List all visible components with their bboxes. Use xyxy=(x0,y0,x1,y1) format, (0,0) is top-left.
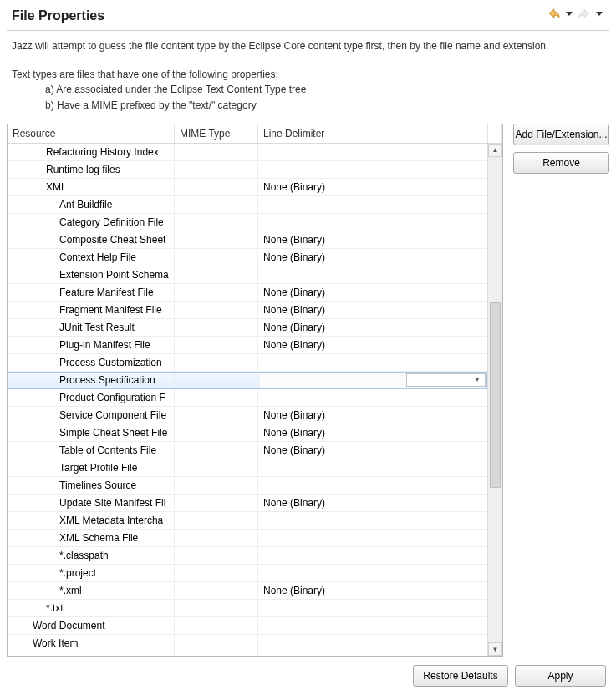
nav-forward-icon[interactable] xyxy=(578,7,591,20)
table-row[interactable]: Product Configuration F xyxy=(8,389,487,407)
col-line[interactable]: Line Delimiter xyxy=(258,124,488,143)
cell-line-delimiter xyxy=(258,512,487,529)
table-row[interactable]: XML Metadata Intercha xyxy=(8,512,487,530)
cell-mime xyxy=(175,196,258,213)
cell-resource: Feature Manifest File xyxy=(8,284,175,301)
scroll-up-icon[interactable]: ▲ xyxy=(488,144,502,157)
add-file-extension-button[interactable]: Add File/Extension... xyxy=(513,124,609,145)
table-row[interactable]: Extension Point Schema xyxy=(8,266,487,284)
table-row[interactable]: Fragment Manifest FileNone (Binary) xyxy=(8,302,487,319)
cell-line-delimiter: None (Binary) xyxy=(258,249,487,266)
cell-resource: Timelines Source xyxy=(8,477,175,494)
cell-line-delimiter: ▾ xyxy=(258,372,487,388)
table-row[interactable]: Runtime log files xyxy=(8,161,487,179)
table-row[interactable]: Table of Contents FileNone (Binary) xyxy=(8,442,487,459)
cell-resource: Context Help File xyxy=(8,249,175,266)
page-title: File Properties xyxy=(12,5,104,23)
desc-line-2: Text types are files that have one of th… xyxy=(12,68,604,81)
table-row[interactable]: Feature Manifest FileNone (Binary) xyxy=(8,284,487,302)
cell-line-delimiter xyxy=(258,144,487,160)
table-row[interactable]: Plug-in Manifest FileNone (Binary) xyxy=(8,337,487,354)
cell-line-delimiter xyxy=(258,617,487,634)
cell-mime xyxy=(175,582,258,599)
table-row[interactable]: Context Help FileNone (Binary) xyxy=(8,249,487,266)
line-delimiter-dropdown[interactable]: ▾ xyxy=(260,373,486,388)
cell-resource: Service Component File xyxy=(8,407,175,424)
cell-resource: Word Document xyxy=(8,617,175,634)
restore-defaults-button[interactable]: Restore Defaults xyxy=(413,665,508,687)
table-row[interactable]: Service Component FileNone (Binary) xyxy=(8,407,487,424)
col-mime[interactable]: MIME Type xyxy=(175,124,258,143)
cell-mime xyxy=(175,459,258,476)
cell-line-delimiter: None (Binary) xyxy=(258,407,487,424)
cell-mime xyxy=(175,530,258,546)
cell-mime: application/un... xyxy=(175,652,258,656)
cell-line-delimiter xyxy=(258,547,487,564)
nav-back-icon[interactable] xyxy=(547,7,561,20)
remove-button[interactable]: Remove xyxy=(513,152,609,174)
table-row[interactable]: Ant Buildfile xyxy=(8,196,487,214)
cell-resource: *.xml xyxy=(8,582,175,599)
cell-mime xyxy=(175,477,258,494)
cell-mime xyxy=(175,249,258,266)
table-row[interactable]: XMLNone (Binary) xyxy=(8,179,487,196)
table-row[interactable]: Simple Cheat Sheet FileNone (Binary) xyxy=(8,424,487,442)
cell-line-delimiter xyxy=(258,196,487,213)
table-row[interactable]: File names and Extensionsapplication/un.… xyxy=(8,652,487,656)
cell-resource: Process Specification xyxy=(8,372,175,388)
cell-resource: Update Site Manifest Fil xyxy=(8,495,175,511)
cell-mime xyxy=(175,600,258,616)
table-row[interactable]: Work Item xyxy=(8,635,487,652)
cell-mime xyxy=(175,617,258,634)
cell-mime xyxy=(175,144,258,160)
cell-resource: *.classpath xyxy=(8,547,175,564)
table-row[interactable]: XML Schema File xyxy=(8,530,487,547)
cell-mime xyxy=(175,372,258,388)
table-row[interactable]: Target Profile File xyxy=(8,459,487,477)
table-row[interactable]: *.txt xyxy=(8,600,487,617)
table-row[interactable]: Category Definition File xyxy=(8,214,487,231)
nav-back-menu-icon[interactable] xyxy=(563,7,576,20)
cell-resource: Target Profile File xyxy=(8,459,175,476)
vertical-scrollbar[interactable]: ▲ ▼ xyxy=(487,144,502,656)
scroll-thumb[interactable] xyxy=(490,302,501,488)
cell-line-delimiter: None (Binary) xyxy=(258,652,487,656)
col-scroll-spacer xyxy=(488,124,502,143)
table-row[interactable]: Word Document xyxy=(8,617,487,635)
table-row[interactable]: Process Customization xyxy=(8,354,487,372)
cell-mime xyxy=(175,284,258,301)
cell-line-delimiter: None (Binary) xyxy=(258,582,487,599)
table-row[interactable]: Process Specification▾ xyxy=(8,372,487,389)
table-row[interactable]: JUnit Test ResultNone (Binary) xyxy=(8,319,487,337)
col-resource[interactable]: Resource xyxy=(8,124,175,143)
cell-resource: File names and Extensions xyxy=(8,652,175,656)
cell-mime xyxy=(175,442,258,459)
table-row[interactable]: Composite Cheat SheetNone (Binary) xyxy=(8,231,487,249)
cell-line-delimiter: None (Binary) xyxy=(258,424,487,441)
cell-resource: XML Metadata Intercha xyxy=(8,512,175,529)
cell-line-delimiter: None (Binary) xyxy=(258,284,487,301)
cell-mime xyxy=(175,407,258,424)
table-row[interactable]: Timelines Source xyxy=(8,477,487,495)
cell-resource: Composite Cheat Sheet xyxy=(8,231,175,248)
cell-line-delimiter xyxy=(258,477,487,494)
cell-mime xyxy=(175,179,258,195)
cell-line-delimiter xyxy=(258,565,487,581)
table-row[interactable]: *.classpath xyxy=(8,547,487,565)
chevron-down-icon[interactable]: ▾ xyxy=(471,374,483,386)
table-row[interactable]: Update Site Manifest FilNone (Binary) xyxy=(8,495,487,512)
scroll-down-icon[interactable]: ▼ xyxy=(488,642,502,656)
cell-resource: *.project xyxy=(8,565,175,581)
table-row[interactable]: *.project xyxy=(8,565,487,582)
table-row[interactable]: Refactoring History Index xyxy=(8,144,487,161)
description-block: Jazz will attempt to guess the file cont… xyxy=(7,39,609,114)
cell-line-delimiter: None (Binary) xyxy=(258,302,487,318)
cell-resource: Table of Contents File xyxy=(8,442,175,459)
cell-line-delimiter: None (Binary) xyxy=(258,179,487,195)
nav-forward-menu-icon[interactable] xyxy=(593,7,606,20)
cell-resource: Fragment Manifest File xyxy=(8,302,175,318)
cell-resource: Extension Point Schema xyxy=(8,266,175,283)
apply-button[interactable]: Apply xyxy=(515,665,606,687)
cell-line-delimiter xyxy=(258,214,487,231)
table-row[interactable]: *.xmlNone (Binary) xyxy=(8,582,487,600)
